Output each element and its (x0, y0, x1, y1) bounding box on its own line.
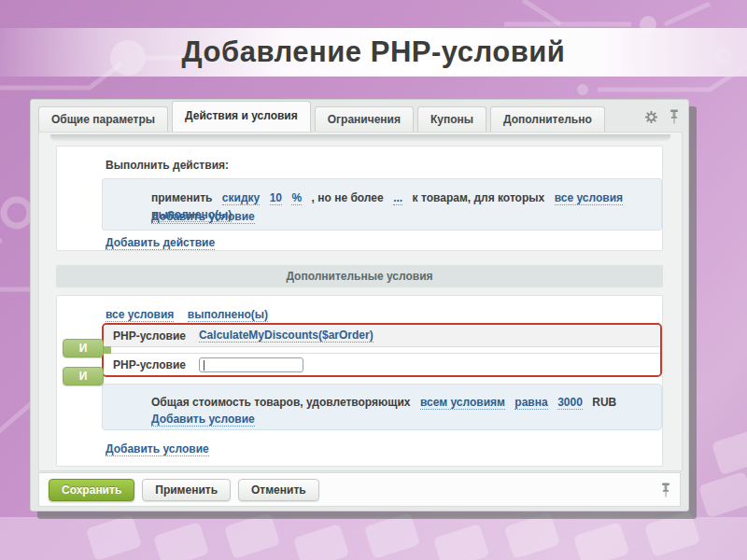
tab-actions-and-conditions[interactable]: Действия и условия (172, 101, 311, 132)
row-divider (104, 347, 660, 353)
php-condition-value-link[interactable]: CalculateMyDiscounts($arOrder) (199, 329, 374, 343)
amount-link[interactable]: 3000 (557, 396, 583, 410)
add-condition-link[interactable]: Добавить условие (151, 210, 255, 224)
additional-conditions-header: Дополнительные условия (56, 265, 663, 287)
page-title: Добавление PHP-условий (182, 35, 566, 68)
save-button[interactable]: Сохранить (49, 479, 134, 501)
slide-background: { "slide": { "title": "Добавление PHP-ус… (0, 0, 747, 560)
text-caret (204, 360, 204, 371)
discount-type-link[interactable]: скидку (222, 191, 260, 205)
pin-icon[interactable] (661, 483, 670, 497)
additional-conditions-panel: все условия выполнено(ы) PHP-условие Cal… (56, 295, 663, 467)
fulfilled-link[interactable]: выполнено(ы) (188, 308, 268, 322)
php-conditions-highlight-box: PHP-условие CalculateMyDiscounts($arOrde… (102, 323, 662, 377)
tab-additional[interactable]: Дополнительно (490, 106, 605, 132)
tabbar-icons (644, 109, 679, 132)
and-operator-badge[interactable]: И (63, 339, 104, 357)
discount-unit-link[interactable]: % (291, 191, 302, 205)
apply-button[interactable]: Применить (142, 479, 231, 501)
total-cost-text: Общая стоимость товаров, удовлетворяющих (151, 396, 410, 409)
add-condition-link[interactable]: Добавить условие (106, 442, 209, 456)
tab-general-parameters[interactable]: Общие параметры (38, 106, 168, 132)
slide-title-banner: Добавление PHP-условий (0, 28, 747, 77)
tab-bar: Общие параметры Действия и условия Огран… (31, 100, 688, 132)
add-condition-link[interactable]: Добавить условие (151, 413, 255, 427)
conditions-toggle-line: все условия выполнено(ы) (106, 305, 277, 322)
cancel-button[interactable]: Отменить (238, 479, 319, 501)
all-conditions-link[interactable]: всем условиям (420, 396, 505, 410)
and-connector-square (104, 346, 111, 354)
tab-content-area: Выполнить действия: применить скидку 10 … (38, 132, 683, 471)
equals-link[interactable]: равна (514, 396, 547, 410)
actions-panel: Выполнить действия: применить скидку 10 … (56, 146, 663, 251)
promotion-edit-window: Общие параметры Действия и условия Огран… (30, 99, 689, 511)
all-conditions-link[interactable]: все условия (555, 191, 623, 205)
all-conditions-link[interactable]: все условия (106, 308, 174, 322)
gear-icon[interactable] (644, 110, 658, 124)
form-footer: Сохранить Применить Отменить (38, 472, 681, 507)
pin-icon[interactable] (669, 109, 679, 124)
and-operator-badge[interactable]: И (63, 367, 104, 385)
actions-label: Выполнить действия: (106, 159, 229, 172)
action-row-box: применить скидку 10 % , но не более ... … (102, 178, 662, 231)
total-cost-sentence: Общая стоимость товаров, удовлетворяющих… (151, 393, 661, 410)
tab-restrictions[interactable]: Ограничения (315, 106, 414, 132)
apply-text: применить (151, 191, 212, 204)
add-action-link[interactable]: Добавить действие (106, 236, 215, 250)
total-cost-condition-box: Общая стоимость товаров, удовлетворяющих… (102, 384, 662, 430)
php-condition-row: PHP-условие CalculateMyDiscounts($arOrde… (104, 325, 660, 347)
but-not-more-text: , но не более (312, 191, 384, 204)
scrolled-element-edge (50, 134, 670, 141)
max-value-link[interactable]: ... (393, 191, 402, 205)
tab-coupons[interactable]: Купоны (417, 106, 486, 132)
php-condition-row: PHP-условие (104, 353, 660, 375)
currency-text: RUB (592, 396, 616, 409)
discount-amount-link[interactable]: 10 (270, 191, 282, 205)
php-condition-label: PHP-условие (113, 329, 186, 343)
to-products-text: к товарам, для которых (413, 191, 545, 204)
php-condition-input[interactable] (199, 357, 303, 372)
php-condition-label: PHP-условие (113, 358, 186, 371)
